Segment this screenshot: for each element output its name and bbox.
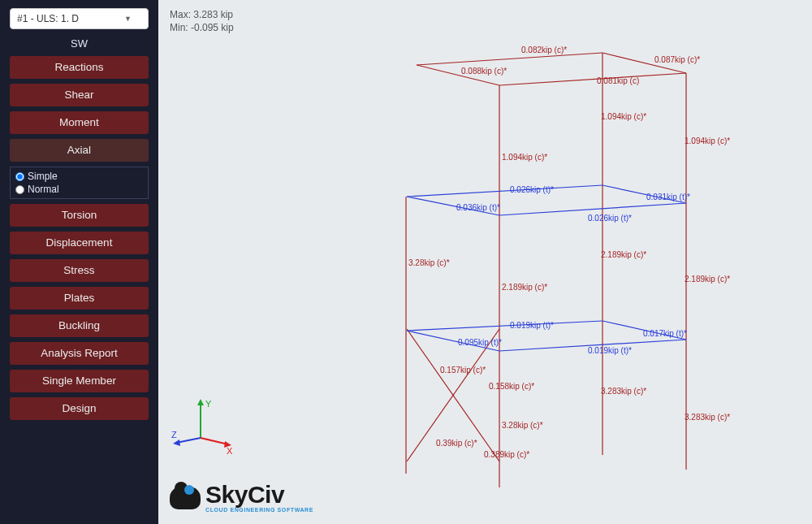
force-annotation: 3.283kip (c)* — [601, 387, 646, 396]
reactions-button[interactable]: Reactions — [10, 56, 149, 79]
svg-text:Z: Z — [171, 430, 177, 440]
force-annotation: 0.088kip (c)* — [461, 67, 507, 76]
viewport-3d[interactable]: Max: 3.283 kip Min: -0.095 kip — [158, 0, 812, 524]
force-annotation: 0.026kip (t)* — [510, 185, 554, 194]
radio-normal-label: Normal — [28, 184, 59, 195]
buckling-button[interactable]: Buckling — [10, 314, 149, 337]
force-annotation: 2.189kip (c)* — [502, 283, 547, 292]
svg-line-24 — [176, 438, 201, 443]
svg-line-0 — [417, 53, 603, 65]
force-annotation: 1.094kip (c)* — [601, 112, 646, 121]
analysis-report-button[interactable]: Analysis Report — [10, 342, 149, 365]
radio-normal-input[interactable] — [15, 185, 24, 194]
structure-wireframe — [158, 0, 812, 524]
force-annotation: 0.031kip (t)* — [646, 193, 690, 201]
axial-mode-group: Simple Normal — [10, 167, 149, 199]
plates-button[interactable]: Plates — [10, 287, 149, 310]
displacement-button[interactable]: Displacement — [10, 232, 149, 254]
force-annotation: 3.283kip (c)* — [685, 413, 730, 422]
stat-max: Max: 3.283 kip — [170, 8, 234, 21]
radio-normal[interactable]: Normal — [15, 184, 143, 195]
svg-line-2 — [499, 73, 686, 85]
force-annotation: 0.017kip (t)* — [643, 329, 687, 338]
svg-text:X: X — [227, 446, 233, 454]
force-annotation: 0.389kip (c)* — [484, 450, 529, 459]
logo-subtitle: CLOUD ENGINEERING SOFTWARE — [205, 507, 313, 513]
svg-marker-25 — [173, 440, 180, 446]
force-annotation: 1.094kip (c)* — [685, 136, 730, 145]
chevron-down-icon: ▼ — [124, 15, 132, 23]
svg-line-14 — [407, 321, 603, 331]
force-annotation: 0.095kip (t)* — [458, 338, 502, 347]
force-annotation: 0.157kip (c)* — [440, 366, 486, 375]
force-annotation: 2.189kip (c)* — [601, 250, 646, 259]
force-annotation: 3.28kip (c)* — [408, 258, 450, 267]
svg-marker-19 — [197, 399, 204, 405]
svg-text:Y: Y — [205, 399, 212, 409]
force-annotation: 0.158kip (c)* — [489, 382, 534, 391]
force-annotation: 2.189kip (c)* — [685, 275, 730, 284]
force-annotation: 3.28kip (c)* — [502, 421, 543, 430]
force-annotation: 0.019kip (t)* — [510, 321, 554, 330]
force-annotation: 0.081kip (c) — [597, 76, 639, 85]
skyciv-logo: SkyCiv CLOUD ENGINEERING SOFTWARE — [170, 483, 313, 513]
axes-gizmo: Y X Z — [170, 397, 235, 454]
cloud-icon — [170, 487, 201, 509]
stats-panel: Max: 3.283 kip Min: -0.095 kip — [170, 8, 234, 34]
force-annotation: 0.082kip (c)* — [521, 45, 567, 54]
svg-line-21 — [201, 438, 228, 444]
single-member-button[interactable]: Single Member — [10, 370, 149, 392]
radio-simple-label: Simple — [28, 171, 58, 182]
shear-button[interactable]: Shear — [10, 84, 149, 106]
design-button[interactable]: Design — [10, 397, 149, 420]
stat-min: Min: -0.095 kip — [170, 21, 234, 34]
logo-name: SkyCiv — [205, 483, 313, 507]
force-annotation: 0.39kip (c)* — [436, 439, 477, 448]
force-annotation: 0.036kip (t)* — [456, 203, 500, 212]
torsion-button[interactable]: Torsion — [10, 204, 149, 227]
radio-simple[interactable]: Simple — [15, 171, 143, 182]
sidebar: #1 - ULS: 1. D ▼ SW Reactions Shear Mome… — [0, 0, 158, 524]
svg-line-10 — [407, 185, 603, 197]
force-annotation: 0.026kip (t)* — [588, 214, 632, 223]
radio-simple-input[interactable] — [15, 172, 24, 181]
force-annotation: 1.094kip (c)* — [502, 153, 547, 162]
load-case-select[interactable]: #1 - ULS: 1. D ▼ — [10, 8, 149, 29]
force-annotation: 0.087kip (c)* — [654, 55, 700, 64]
sw-label: SW — [10, 37, 149, 50]
force-annotation: 0.019kip (t)* — [588, 346, 632, 355]
axial-button[interactable]: Axial — [10, 139, 149, 162]
stress-button[interactable]: Stress — [10, 259, 149, 282]
moment-button[interactable]: Moment — [10, 111, 149, 134]
load-case-value: #1 - ULS: 1. D — [17, 13, 79, 24]
